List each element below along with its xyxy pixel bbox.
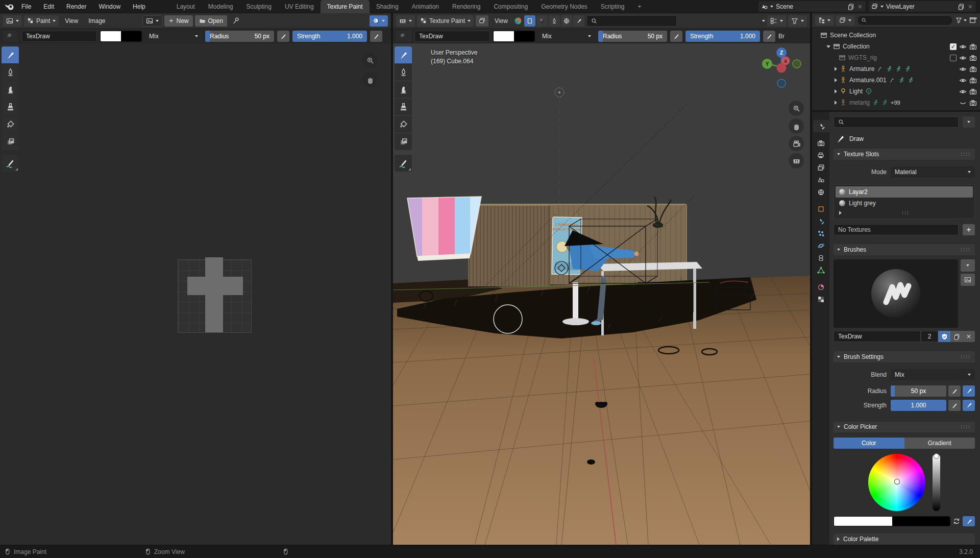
outliner-row-wgts-rig[interactable]: WGTS_rig: [812, 52, 980, 63]
shading-textured-toggle[interactable]: [524, 15, 535, 27]
brush-select-caret[interactable]: [961, 259, 975, 272]
viewport-mode-dropdown[interactable]: Texture Paint: [417, 15, 474, 27]
tab-texture[interactable]: [813, 293, 828, 305]
viewport-view-menu[interactable]: View: [491, 15, 512, 27]
texture-slot-item[interactable]: Layar2: [836, 186, 973, 198]
brush-user-count[interactable]: 2: [921, 331, 938, 342]
workspace-tab-scripting[interactable]: Scripting: [594, 0, 631, 13]
navigation-gizmo[interactable]: Z Y X: [757, 44, 806, 98]
slot-mode-dropdown[interactable]: Material: [891, 166, 975, 178]
value-slider-handle[interactable]: [934, 453, 939, 459]
scene-name[interactable]: Scene: [776, 3, 845, 10]
vp-blend-mode-dropdown[interactable]: Mix: [538, 31, 595, 42]
shading-solid-toggle[interactable]: [536, 15, 548, 27]
radius-unified-toggle[interactable]: [963, 385, 975, 397]
outliner-row-metarig[interactable]: metarig +99: [812, 97, 980, 108]
scene-selector[interactable]: Scene: [758, 1, 866, 12]
brush-name-field[interactable]: TexDraw: [834, 331, 921, 342]
outliner-row-light[interactable]: Light: [812, 86, 980, 97]
unlink-brush-button[interactable]: [963, 331, 975, 342]
properties-filter-caret[interactable]: [963, 116, 975, 128]
image-preview-toggle[interactable]: [370, 15, 388, 27]
tool-soften[interactable]: [2, 64, 19, 81]
gradient-tab[interactable]: Gradient: [904, 438, 975, 449]
viewport-pan-gizmo[interactable]: [789, 118, 804, 134]
scene-browse-caret[interactable]: [770, 6, 773, 8]
texture-selector[interactable]: No Textures: [834, 224, 959, 235]
material-preview-icon[interactable]: [514, 17, 522, 25]
tab-view-layer[interactable]: [813, 161, 828, 174]
add-workspace-button[interactable]: +: [631, 0, 648, 13]
tool-fill[interactable]: [2, 116, 19, 133]
menu-help[interactable]: Help: [127, 0, 152, 13]
pin-icon[interactable]: [232, 17, 240, 25]
header-overflow-caret[interactable]: [762, 20, 765, 22]
texture-slots-panel-header[interactable]: Texture Slots: [834, 149, 975, 160]
brush-preview[interactable]: [834, 259, 958, 328]
brush-preview-button[interactable]: [3, 31, 18, 42]
tab-output[interactable]: [813, 149, 828, 161]
tool-draw[interactable]: [2, 46, 19, 63]
viewport-zoom-gizmo[interactable]: [789, 101, 804, 116]
panel-grip[interactable]: [960, 355, 971, 359]
color-wheel[interactable]: [868, 454, 925, 511]
shading-paintmask-toggle[interactable]: [549, 15, 560, 27]
vp-tool-clone[interactable]: [395, 99, 412, 115]
new-view-layer-icon[interactable]: [958, 3, 965, 10]
vp-tool-mask[interactable]: [395, 133, 412, 150]
outliner-filter-button[interactable]: [955, 17, 967, 23]
tool-smear[interactable]: [2, 81, 19, 98]
disclosure-icon[interactable]: [835, 101, 837, 105]
radius-slider[interactable]: 50 px: [891, 385, 946, 397]
blend-mode-dropdown[interactable]: Mix: [145, 31, 202, 42]
workspace-tab-rendering[interactable]: Rendering: [446, 0, 487, 13]
workspace-tab-animation[interactable]: Animation: [405, 0, 446, 13]
brush-icon-button[interactable]: [961, 274, 975, 286]
viewport-editor-type-button[interactable]: [396, 15, 415, 27]
render-camera-icon[interactable]: [969, 99, 977, 107]
shading-world-toggle[interactable]: [561, 15, 572, 27]
tab-modifiers[interactable]: [813, 215, 828, 227]
fake-user-shield-toggle[interactable]: [938, 331, 950, 342]
tab-material[interactable]: [813, 281, 828, 293]
vp-brush-name-field[interactable]: TexDraw: [414, 31, 490, 42]
blend-dropdown[interactable]: Mix: [891, 369, 975, 380]
strength-unified-toggle[interactable]: [963, 400, 975, 411]
tab-constraints[interactable]: [813, 252, 828, 264]
workspace-tab-compositing[interactable]: Compositing: [487, 0, 534, 13]
menu-render[interactable]: Render: [60, 0, 92, 13]
vp-brush-preview-button[interactable]: [396, 31, 411, 42]
workspace-tab-shading[interactable]: Shading: [370, 0, 405, 13]
disclosure-icon[interactable]: [826, 45, 830, 48]
outliner-row-scene-collection[interactable]: Scene Collection: [812, 30, 980, 41]
overlays-dropdown[interactable]: [767, 15, 786, 27]
tab-scene[interactable]: [813, 174, 828, 186]
swap-colors-icon[interactable]: [952, 517, 961, 525]
color-tab[interactable]: Color: [834, 438, 904, 449]
render-camera-icon[interactable]: [969, 43, 977, 51]
vp-tool-smear[interactable]: [395, 81, 412, 98]
disclosure-icon[interactable]: [835, 78, 837, 82]
tool-annotate[interactable]: [2, 155, 19, 172]
blender-logo-icon[interactable]: [4, 3, 15, 11]
disclosure-icon[interactable]: [835, 89, 837, 93]
tab-object[interactable]: [813, 203, 828, 215]
texture-slot-item[interactable]: Light grey: [836, 198, 973, 209]
mask-image-button[interactable]: [476, 15, 488, 27]
panel-grip[interactable]: [960, 425, 971, 429]
strength-pressure-icon[interactable]: [948, 400, 961, 411]
image-pan-gizmo[interactable]: [362, 72, 378, 87]
picker-primary-swatch[interactable]: [834, 517, 892, 526]
tab-tool[interactable]: [813, 120, 829, 132]
color-wheel-cursor[interactable]: [895, 479, 899, 484]
secondary-color-swatch[interactable]: [121, 31, 141, 41]
workspace-tab-sculpting[interactable]: Sculpting: [240, 0, 278, 13]
disclosure-icon[interactable]: [835, 67, 837, 71]
radius-pressure-icon[interactable]: [277, 31, 289, 42]
tool-mask[interactable]: [2, 133, 19, 150]
new-collection-icon[interactable]: [969, 16, 977, 24]
outliner-search-field[interactable]: [857, 15, 953, 26]
color-picker-panel-header[interactable]: Color Picker: [834, 422, 975, 433]
filter-dropdown[interactable]: [788, 15, 807, 27]
tab-render[interactable]: [813, 137, 828, 149]
